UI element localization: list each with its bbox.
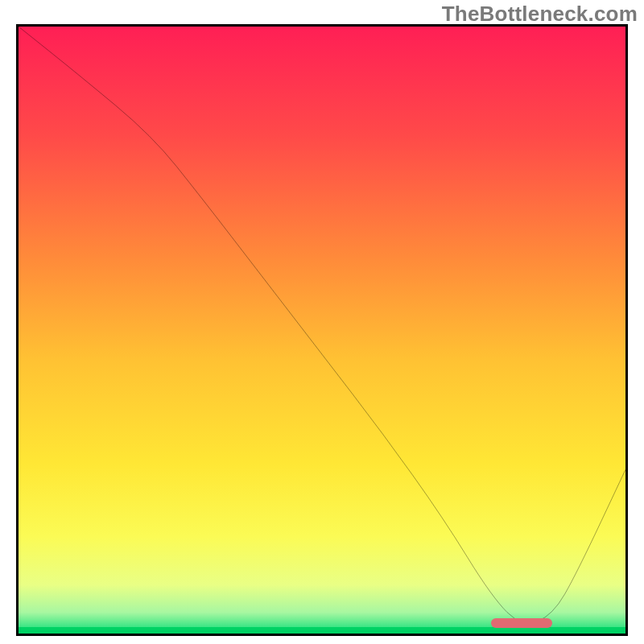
chart-frame: TheBottleneck.com bbox=[0, 0, 644, 644]
optimal-range-marker bbox=[491, 618, 551, 628]
watermark-text: TheBottleneck.com bbox=[442, 2, 638, 27]
plot-area bbox=[16, 24, 628, 636]
bottleneck-curve bbox=[19, 27, 625, 634]
